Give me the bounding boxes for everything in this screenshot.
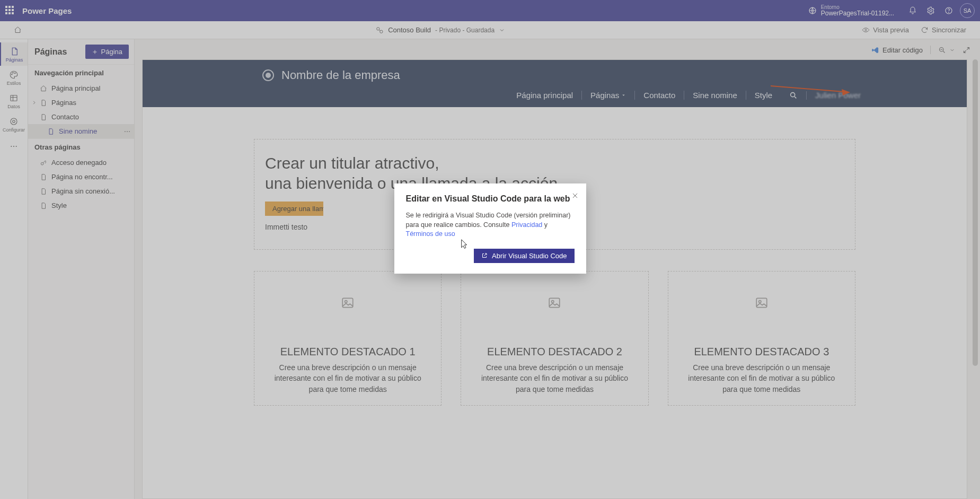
- dialog-close-button[interactable]: [571, 192, 579, 199]
- privacy-link[interactable]: Privacidad: [511, 221, 542, 229]
- dialog-title: Editar en Visual Studio Code para la web: [406, 194, 575, 204]
- modal-overlay: Editar en Visual Studio Code para la web…: [0, 0, 980, 499]
- terms-link[interactable]: Términos de uso: [406, 230, 455, 238]
- dialog-body: Se le redirigirá a Visual Studio Code (v…: [406, 211, 575, 239]
- open-vscode-label: Abrir Visual Studio Code: [492, 252, 567, 260]
- open-vscode-button[interactable]: Abrir Visual Studio Code: [474, 249, 574, 263]
- close-icon: [571, 192, 579, 199]
- dialog-and: y: [542, 221, 548, 229]
- vscode-dialog: Editar en Visual Studio Code para la web…: [394, 183, 586, 274]
- open-external-icon: [481, 252, 488, 259]
